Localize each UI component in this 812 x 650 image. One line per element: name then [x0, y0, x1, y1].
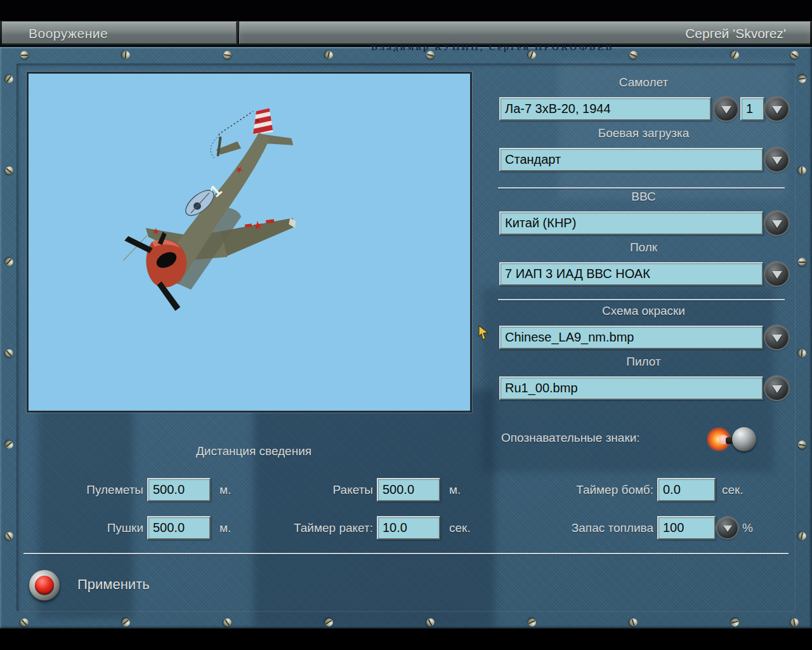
- screw-icon: [425, 617, 436, 628]
- screw-icon: [3, 530, 15, 541]
- airforce-dropdown-arrow-icon[interactable]: [765, 211, 789, 235]
- regiment-label: Полк: [499, 241, 788, 255]
- screw-icon: [628, 617, 639, 628]
- screw-icon: [3, 347, 15, 359]
- mg-convergence-input[interactable]: [147, 478, 211, 501]
- aircraft-dropdown[interactable]: Ла-7 3хВ-20, 1944: [499, 97, 711, 121]
- cannons-convergence-input[interactable]: [147, 516, 211, 540]
- regiment-dropdown[interactable]: 7 ИАП 3 ИАД ВВС НОАК: [499, 262, 763, 286]
- screw-icon: [324, 617, 335, 628]
- fuel-input[interactable]: [657, 516, 716, 540]
- markings-toggle[interactable]: [705, 424, 760, 456]
- screw-icon: [3, 164, 15, 176]
- apply-label[interactable]: Применить: [77, 576, 150, 593]
- skin-dropdown[interactable]: Chinese_LA9_nm.bmp: [499, 326, 763, 349]
- aircraft-render: ★ 1 ★ ★: [29, 74, 470, 411]
- pilot-label: Пилот: [499, 355, 788, 369]
- screw-icon: [18, 616, 30, 628]
- loadout-label: Боевая загрузка: [499, 126, 788, 140]
- pilot-dropdown-arrow-icon[interactable]: [765, 376, 789, 400]
- skin-dropdown-arrow-icon[interactable]: [765, 326, 789, 349]
- pilot-dropdown[interactable]: Ru1_00.bmp: [499, 376, 763, 400]
- rocket-timer-unit: сек.: [449, 521, 471, 535]
- aircraft-count-field[interactable]: 1: [740, 97, 764, 121]
- screw-icon: [3, 439, 15, 450]
- markings-label: Опознавательные знаки:: [501, 431, 640, 445]
- loadout-dropdown-arrow-icon[interactable]: [765, 148, 789, 171]
- airforce-label: ВВС: [499, 190, 788, 204]
- screw-icon: [122, 51, 131, 60]
- cannons-label: Пушки: [89, 521, 143, 535]
- separator: [498, 187, 785, 189]
- aircraft-dropdown-arrow-icon[interactable]: [714, 97, 738, 121]
- skin-label: Схема окраски: [499, 304, 788, 318]
- fuel-stepper-arrow-icon[interactable]: [717, 517, 738, 538]
- bomb-timer-input[interactable]: [657, 478, 716, 501]
- svg-text:★: ★: [252, 218, 265, 233]
- screw-icon: [797, 440, 807, 449]
- rocket-timer-label: Таймер ракет:: [273, 521, 373, 535]
- screw-icon: [221, 616, 233, 628]
- mouse-cursor-icon: [478, 325, 489, 340]
- svg-text:★: ★: [152, 226, 160, 236]
- screw-icon: [3, 73, 15, 84]
- screw-icon: [223, 50, 232, 60]
- screw-icon: [20, 51, 29, 59]
- screw-icon: [797, 348, 806, 357]
- player-name: Сергей 'Skvorez': [685, 26, 786, 41]
- regiment-dropdown-arrow-icon[interactable]: [765, 262, 789, 286]
- screw-icon: [730, 618, 740, 628]
- fuel-unit: %: [742, 521, 753, 535]
- screw-icon: [120, 616, 131, 628]
- rockets-unit: м.: [449, 483, 461, 497]
- screw-icon: [3, 256, 15, 267]
- screw-icon: [797, 531, 808, 541]
- aircraft-preview: ★ 1 ★ ★: [27, 72, 472, 413]
- toggle-base-icon: [732, 427, 756, 451]
- background-book-title: Владимир КУНИН, Сергей ПРОКОФЬЕВ: [371, 42, 790, 53]
- rocket-timer-input[interactable]: [377, 516, 440, 540]
- cannons-unit: м.: [219, 521, 231, 535]
- airforce-dropdown[interactable]: Китай (КНР): [499, 211, 763, 235]
- screw-icon: [789, 50, 801, 61]
- bomb-timer-unit: сек.: [722, 483, 743, 497]
- separator: [498, 299, 785, 300]
- bottom-black-strip: [0, 628, 812, 650]
- tab-armament[interactable]: Вооружение: [2, 22, 237, 44]
- screw-icon: [797, 74, 806, 83]
- armament-screen: Вооружение Сергей 'Skvorez' Владимир КУН…: [0, 0, 812, 650]
- aircraft-count-arrow-icon[interactable]: [765, 97, 789, 121]
- loadout-dropdown[interactable]: Стандарт: [499, 148, 763, 171]
- player-name-panel: Сергей 'Skvorez': [239, 22, 810, 44]
- svg-text:★: ★: [255, 117, 260, 124]
- mg-label: Пулеметы: [60, 483, 143, 497]
- screw-icon: [798, 166, 807, 175]
- screw-icon: [798, 258, 806, 266]
- convergence-title: Дистанция сведения: [95, 444, 412, 458]
- apply-button[interactable]: [29, 570, 60, 600]
- bomb-timer-label: Таймер бомб:: [544, 483, 653, 497]
- separator: [23, 553, 789, 554]
- screw-icon: [527, 617, 537, 628]
- aircraft-label: Самолет: [499, 76, 788, 90]
- mg-unit: м.: [219, 483, 231, 497]
- top-black-strip: [0, 0, 812, 21]
- rockets-convergence-input[interactable]: [377, 478, 440, 501]
- rockets-label: Ракеты: [298, 483, 373, 497]
- screw-icon: [324, 50, 334, 60]
- tab-armament-label: Вооружение: [29, 26, 108, 41]
- fuel-label: Запас топлива: [549, 521, 653, 535]
- screw-icon: [790, 618, 799, 627]
